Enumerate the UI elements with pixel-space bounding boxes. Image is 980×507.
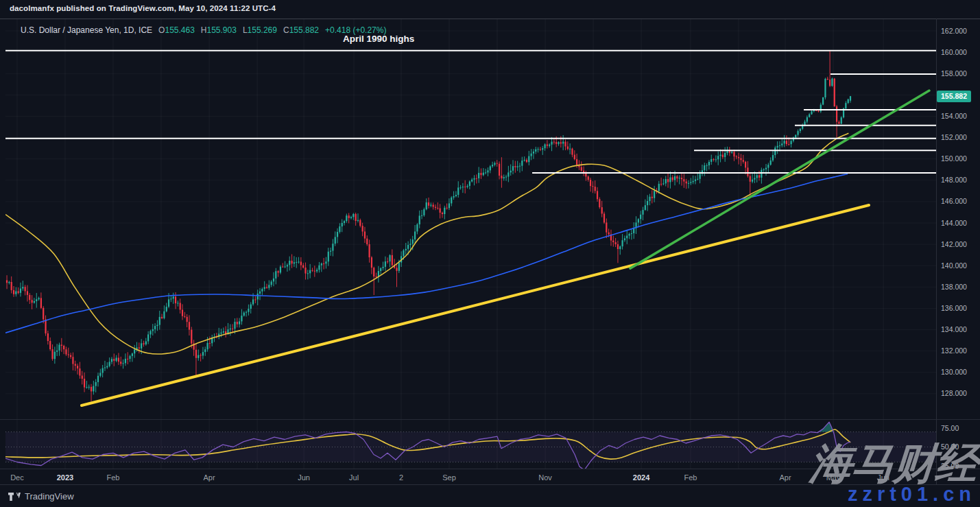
price-tick-label: 128.000: [941, 389, 967, 397]
long-yellow-trendline[interactable]: [82, 205, 869, 405]
attribution-text: dacolmanfx published on TradingView.com,…: [10, 4, 276, 12]
ohlc-value: 155.903: [207, 25, 237, 35]
price-tick-label: 160.000: [941, 48, 967, 56]
time-tick-label: Sep: [442, 473, 456, 482]
tradingview-brand-text[interactable]: TradingView: [25, 491, 74, 502]
time-tick-label: Apr: [203, 473, 215, 482]
slow-ma-blue: [5, 174, 848, 333]
time-tick-label: Feb: [684, 473, 697, 482]
price-tick-label: 146.000: [941, 197, 967, 205]
ohlc-label: C: [283, 25, 289, 35]
price-tick-label: 134.000: [941, 325, 967, 333]
ohlc-label: H: [201, 25, 207, 35]
time-tick-label: 2024: [633, 473, 650, 482]
price-tick-label: 154.000: [941, 112, 967, 120]
ohlc-values: O155.463H155.903L155.269C155.882: [152, 25, 319, 35]
price-tick-label: 162.000: [941, 27, 967, 35]
time-tick-label: Nov: [538, 473, 552, 482]
price-tick-label: 140.000: [941, 261, 967, 270]
price-tick-label: 138.000: [941, 283, 967, 291]
time-tick-label: Dec: [10, 473, 24, 482]
symbol-header: U.S. Dollar / Japanese Yen, 1D, ICEO155.…: [21, 25, 386, 35]
ohlc-value: 155.463: [165, 25, 194, 35]
time-tick-label: Apr: [779, 473, 791, 482]
price-tick-label: 148.000: [941, 176, 967, 184]
price-tick-label: 144.000: [941, 219, 967, 227]
symbol-title[interactable]: U.S. Dollar / Japanese Yen, 1D, ICE: [21, 25, 152, 35]
chart-canvas[interactable]: 162.000160.000158.000156.000154.000152.0…: [0, 0, 980, 507]
tradingview-logo-icon[interactable]: [8, 491, 21, 502]
time-tick-label: Jul: [349, 473, 359, 482]
price-tick-label: 130.000: [941, 368, 967, 376]
annotation-april-1990-highs: April 1990 highs: [343, 34, 414, 44]
last-price-badge: 155.882: [937, 91, 971, 102]
time-tick-label: Jun: [298, 473, 310, 482]
ohlc-value: 155.882: [289, 25, 319, 35]
oscillator-pane[interactable]: [5, 422, 936, 470]
price-tick-label: 132.000: [941, 346, 967, 355]
ohlc-value: 155.269: [248, 25, 277, 35]
gridlines: [5, 19, 936, 469]
price-tick-label: 152.000: [941, 133, 967, 141]
time-tick-label: 2023: [57, 473, 73, 482]
oscillator-tick-label: 75.00: [941, 424, 959, 432]
ohlc-label: L: [243, 25, 248, 35]
price-tick-label: 136.000: [941, 304, 967, 312]
price-tick-label: 158.000: [941, 69, 967, 78]
time-tick-label: Feb: [107, 473, 120, 482]
horizontal-levels[interactable]: [5, 51, 936, 173]
price-tick-label: 150.000: [941, 154, 967, 163]
price-tick-label: 142.000: [941, 240, 967, 248]
footer-bar: TradingView: [0, 484, 980, 507]
watermark-chinese: 海马财经: [809, 443, 979, 485]
candlestick-series[interactable]: [6, 50, 851, 401]
price-axis[interactable]: 162.000160.000158.000156.000154.000152.0…: [941, 27, 967, 398]
time-axis[interactable]: Dec2023FebAprJunJul2SepNov2024FebAprMayJ…: [10, 473, 889, 482]
watermark-url: zzrt01.cn: [848, 483, 976, 506]
attribution-bar: dacolmanfx published on TradingView.com,…: [10, 4, 276, 12]
time-tick-label: 2: [399, 473, 403, 482]
